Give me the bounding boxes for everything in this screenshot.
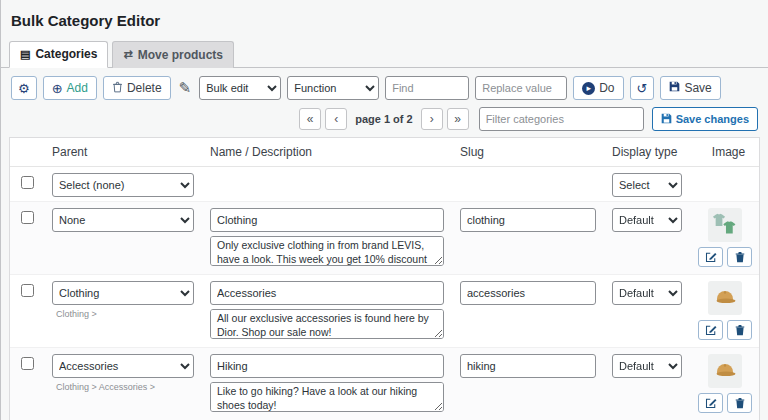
header-slug: Slug xyxy=(452,145,604,159)
function-select[interactable]: Function xyxy=(287,76,379,100)
delete-category-button[interactable] xyxy=(727,320,752,340)
move-arrows-icon: ⇄ xyxy=(123,48,132,61)
add-button[interactable]: ⊕ Add xyxy=(43,76,97,100)
replace-value-input[interactable] xyxy=(475,76,567,100)
save-changes-label: Save changes xyxy=(676,113,749,125)
trash-icon xyxy=(735,251,745,263)
filter-row: Select (none) Select xyxy=(10,167,759,202)
edit-mode-button[interactable]: ✎ xyxy=(177,76,194,100)
header-name-description: Name / Description xyxy=(202,145,452,159)
cap-image-icon xyxy=(712,286,738,310)
save-disk-icon xyxy=(669,81,680,95)
header-display-type: Display type xyxy=(604,145,690,159)
slug-input[interactable] xyxy=(460,208,596,232)
next-page-button[interactable]: › xyxy=(421,108,443,130)
header-parent: Parent xyxy=(44,145,202,159)
table-row: None Only exclusive clothing in from bra… xyxy=(10,202,759,275)
first-page-button[interactable]: « xyxy=(299,108,321,130)
edit-category-button[interactable] xyxy=(698,247,723,267)
settings-button[interactable]: ⚙ xyxy=(11,76,37,100)
description-textarea[interactable]: All our exclusive accessories is found h… xyxy=(210,309,444,339)
category-image-thumbnail xyxy=(708,208,742,242)
table-row: Clothing Clothing > All our exclusive ac… xyxy=(10,275,759,348)
trash-icon xyxy=(735,324,745,336)
category-table: Parent Name / Description Slug Display t… xyxy=(9,137,760,420)
category-image-thumbnail xyxy=(708,281,742,315)
bulk-edit-select[interactable]: Bulk edit xyxy=(199,76,281,100)
tab-move-products-label: Move products xyxy=(138,48,223,62)
edit-pencil-icon xyxy=(705,324,717,336)
parent-breadcrumb: Clothing > Accessories > xyxy=(56,382,194,392)
delete-button[interactable]: Delete xyxy=(103,76,171,100)
edit-pencil-icon xyxy=(705,397,717,409)
cap-image-icon xyxy=(712,359,738,383)
trash-icon xyxy=(112,81,123,96)
parent-breadcrumb: Clothing > xyxy=(56,309,194,319)
shirts-image-icon xyxy=(710,212,740,239)
do-run-icon: ▸ xyxy=(582,82,595,95)
name-input[interactable] xyxy=(210,281,444,305)
category-image-thumbnail xyxy=(708,354,742,388)
display-type-select[interactable]: Default xyxy=(612,208,682,232)
delete-category-button[interactable] xyxy=(727,247,752,267)
do-button-label: Do xyxy=(599,81,614,95)
display-type-select[interactable]: Default xyxy=(612,281,682,305)
do-button[interactable]: ▸ Do xyxy=(573,76,623,100)
tab-move-products[interactable]: ⇄ Move products xyxy=(112,41,234,68)
add-circle-icon: ⊕ xyxy=(52,82,63,95)
parent-select[interactable]: None xyxy=(52,208,194,232)
table-header-row: Parent Name / Description Slug Display t… xyxy=(10,138,759,167)
edit-category-button[interactable] xyxy=(698,320,723,340)
row-select-checkbox[interactable] xyxy=(21,357,34,370)
undo-icon: ↺ xyxy=(637,82,648,95)
page-title: Bulk Category Editor xyxy=(1,0,768,29)
toolbar: ⚙ ⊕ Add Delete ✎ Bulk edit Function ▸ Do… xyxy=(1,68,768,105)
add-button-label: Add xyxy=(67,81,88,95)
tab-categories[interactable]: ▤ Categories xyxy=(9,41,108,68)
find-input[interactable] xyxy=(385,76,469,100)
filter-parent-select[interactable]: Select (none) xyxy=(52,173,194,197)
slug-input[interactable] xyxy=(460,354,596,378)
table-row: Accessories Clothing > Accessories > Lik… xyxy=(10,348,759,420)
trash-icon xyxy=(735,397,745,409)
gear-icon: ⚙ xyxy=(18,82,30,95)
delete-category-button[interactable] xyxy=(727,393,752,413)
save-button[interactable]: Save xyxy=(660,76,720,100)
parent-select[interactable]: Accessories xyxy=(52,354,194,378)
header-image: Image xyxy=(690,145,759,159)
edit-pencil-icon xyxy=(705,251,717,263)
save-changes-button[interactable]: Save changes xyxy=(652,107,758,131)
description-textarea[interactable]: Only exclusive clothing in from brand LE… xyxy=(210,236,444,266)
undo-button[interactable]: ↺ xyxy=(630,76,655,100)
name-input[interactable] xyxy=(210,354,444,378)
page-indicator: page 1 of 2 xyxy=(351,113,416,125)
row-select-checkbox[interactable] xyxy=(21,284,34,297)
pagination-bar: « ‹ page 1 of 2 › » Save changes xyxy=(1,105,768,137)
delete-button-label: Delete xyxy=(127,81,162,95)
description-textarea[interactable]: Like to go hiking? Have a look at our hi… xyxy=(210,382,444,412)
categories-list-icon: ▤ xyxy=(20,48,30,61)
save-button-label: Save xyxy=(684,81,711,95)
row-select-checkbox[interactable] xyxy=(21,211,34,224)
tab-bar: ▤ Categories ⇄ Move products xyxy=(1,29,768,68)
select-all-checkbox[interactable] xyxy=(21,176,34,189)
save-changes-disk-icon xyxy=(661,113,672,126)
slug-input[interactable] xyxy=(460,281,596,305)
tab-categories-label: Categories xyxy=(35,47,97,61)
filter-categories-input[interactable] xyxy=(479,107,644,131)
last-page-button[interactable]: » xyxy=(447,108,469,130)
prev-page-button[interactable]: ‹ xyxy=(325,108,347,130)
name-input[interactable] xyxy=(210,208,444,232)
display-type-select[interactable]: Default xyxy=(612,354,682,378)
parent-select[interactable]: Clothing xyxy=(52,281,194,305)
pencil-icon: ✎ xyxy=(179,79,192,97)
edit-category-button[interactable] xyxy=(698,393,723,413)
filter-display-select[interactable]: Select xyxy=(612,173,682,197)
